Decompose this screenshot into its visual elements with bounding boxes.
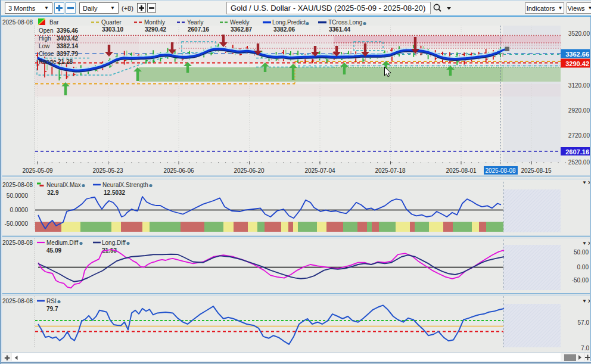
svg-text:2025-05-09: 2025-05-09 (22, 167, 53, 174)
svg-text:2025-08-01: 2025-08-01 (446, 167, 477, 174)
svg-text:2025-05-23: 2025-05-23 (92, 167, 123, 174)
svg-text:2720.00: 2720.00 (568, 132, 590, 139)
svg-text:45.09: 45.09 (46, 247, 61, 254)
svg-text:Weekly: Weekly (230, 19, 250, 26)
svg-text:2025-06-20: 2025-06-20 (234, 167, 265, 174)
svg-text:RSI: RSI (46, 298, 57, 304)
svg-text:2025-07-04: 2025-07-04 (304, 167, 335, 174)
svg-text:3361.44: 3361.44 (329, 26, 351, 33)
svg-text:Medium.Diff: Medium.Diff (46, 239, 78, 246)
svg-text:3120.00: 3120.00 (568, 82, 590, 89)
svg-text:Close: Close (39, 51, 54, 57)
svg-text:2025-08-08: 2025-08-08 (2, 19, 33, 26)
svg-text:Open: Open (39, 27, 53, 34)
svg-text:3397.79: 3397.79 (57, 51, 79, 57)
svg-text:3396.46: 3396.46 (57, 27, 79, 34)
svg-text:2025-07-18: 2025-07-18 (375, 167, 406, 174)
svg-text:3290.42: 3290.42 (565, 60, 589, 67)
svg-text:3362.87: 3362.87 (231, 26, 253, 33)
svg-text:3303.10: 3303.10 (102, 26, 124, 33)
svg-text:2025-08-08: 2025-08-08 (2, 182, 33, 188)
svg-text:0.00: 0.00 (577, 264, 589, 270)
svg-text:Low: Low (39, 43, 50, 49)
svg-text:12.5032: 12.5032 (104, 189, 126, 196)
svg-text:NeuralX.Strength: NeuralX.Strength (102, 182, 148, 188)
svg-text:▼: ▼ (582, 180, 587, 185)
svg-text:7.0: 7.0 (581, 345, 589, 351)
svg-text:50.0000: 50.0000 (7, 192, 29, 199)
svg-text:2025-08-08: 2025-08-08 (485, 167, 516, 174)
svg-text:▼: ▼ (582, 241, 587, 246)
svg-text:2607.16: 2607.16 (188, 26, 210, 33)
svg-text:TCross.Long: TCross.Long (328, 19, 362, 26)
svg-text:3520.00: 3520.00 (568, 30, 590, 37)
svg-text:2025-08-08: 2025-08-08 (2, 239, 33, 246)
svg-text:3382.06: 3382.06 (273, 26, 296, 33)
svg-text:NeuralX.Max: NeuralX.Max (46, 182, 81, 188)
svg-text:3403.42: 3403.42 (57, 35, 79, 42)
svg-text:-50.00: -50.00 (572, 277, 589, 284)
svg-text:Range: Range (39, 58, 57, 65)
svg-text:Yearly: Yearly (187, 19, 203, 26)
svg-text:Bar: Bar (49, 19, 59, 26)
svg-text:Long.Diff: Long.Diff (102, 239, 126, 246)
svg-text:2025-06-06: 2025-06-06 (163, 167, 194, 174)
svg-text:Long.Predict: Long.Predict (272, 19, 306, 26)
svg-text:Quarter: Quarter (101, 19, 122, 26)
svg-text:2520.00: 2520.00 (568, 159, 590, 166)
svg-text:50.00: 50.00 (574, 249, 589, 256)
svg-text:Monthly: Monthly (144, 19, 165, 26)
svg-text:57.0: 57.0 (578, 319, 590, 326)
svg-text:3362.66: 3362.66 (565, 51, 589, 58)
svg-text:3382.14: 3382.14 (57, 43, 79, 49)
svg-text:79.7: 79.7 (46, 306, 58, 312)
svg-text:High: High (39, 35, 51, 42)
svg-text:2920.00: 2920.00 (568, 107, 590, 114)
svg-text:2607.16: 2607.16 (565, 148, 589, 155)
svg-text:0.0000: 0.0000 (10, 207, 28, 213)
svg-text:21.28: 21.28 (58, 58, 73, 65)
svg-text:2025-08-15: 2025-08-15 (521, 167, 552, 174)
svg-text:-50.0000: -50.0000 (5, 220, 29, 227)
svg-text:▼: ▼ (582, 298, 587, 304)
svg-text:3290.42: 3290.42 (145, 26, 167, 33)
svg-text:32.9: 32.9 (47, 189, 59, 196)
svg-text:2025-08-08: 2025-08-08 (2, 298, 33, 304)
